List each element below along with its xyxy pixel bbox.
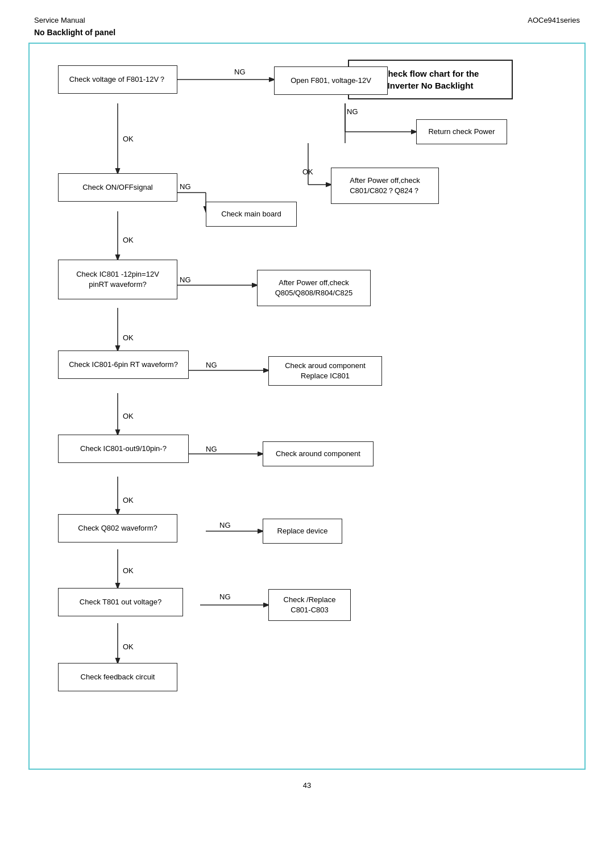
page: Service Manual AOCe941series No Backligh… (0, 0, 614, 868)
box-return-check-power: Return check Power (416, 119, 507, 144)
box-check-ic801-6pin: Check IC801-6pin RT waveform? (58, 350, 189, 379)
box-open-f801: Open F801, voltage-12V (274, 66, 388, 95)
label-ok-4: OK (123, 333, 134, 342)
label-ok-6: OK (123, 496, 134, 504)
label-ng-1: NG (234, 68, 246, 76)
label-ok-8: OK (123, 642, 134, 651)
box-check-replace-c801: Check /Replace C801-C803 (268, 589, 351, 621)
label-ng-3: NG (180, 182, 191, 191)
box-check-t801: Check T801 out voltage? (58, 588, 183, 616)
box-check-feedback: Check feedback circuit (58, 663, 177, 691)
box-check-on-off: Check ON/OFFsignal (58, 173, 177, 202)
label-ok-5: OK (123, 412, 134, 420)
box-after-power-c801: After Power off,check C801/C802？Q824？ (331, 168, 439, 204)
box-check-q802: Check Q802 waveform? (58, 514, 177, 542)
box-check-ic801-12pin: Check IC801 -12pin=12V pinRT waveform? (58, 260, 177, 299)
label-ng-5: NG (206, 361, 217, 369)
box-check-around-comp: Check around component (263, 441, 374, 466)
label-ng-8: NG (219, 592, 231, 601)
diagram-container: Check voltage of F801-12V？ Check flow ch… (28, 43, 586, 770)
box-replace-device: Replace device (263, 519, 342, 544)
page-number: 43 (0, 770, 614, 801)
box-after-power-q805: After Power off,check Q805/Q808/R804/C82… (257, 270, 371, 306)
box-check-aroud: Check aroud component Replace IC801 (268, 356, 382, 386)
header: Service Manual AOCe941series (0, 0, 614, 27)
label-ng-6: NG (206, 445, 217, 453)
label-ok-1: OK (123, 135, 134, 143)
header-right: AOCe941series (528, 16, 580, 24)
label-ng-2: NG (347, 107, 358, 116)
label-ok-2: OK (302, 168, 313, 176)
flow-arrows (30, 44, 584, 769)
label-ok-7: OK (123, 566, 134, 575)
subtitle: No Backlight of panel (0, 27, 614, 43)
box-check-voltage: Check voltage of F801-12V？ (58, 65, 177, 94)
label-ng-7: NG (219, 521, 231, 529)
label-ng-4: NG (180, 276, 191, 284)
header-left: Service Manual (34, 16, 85, 24)
box-check-ic801-out: Check IC801-out9/10pin-? (58, 435, 189, 463)
label-ok-3: OK (123, 236, 134, 244)
box-check-main-board: Check main board (206, 202, 297, 227)
